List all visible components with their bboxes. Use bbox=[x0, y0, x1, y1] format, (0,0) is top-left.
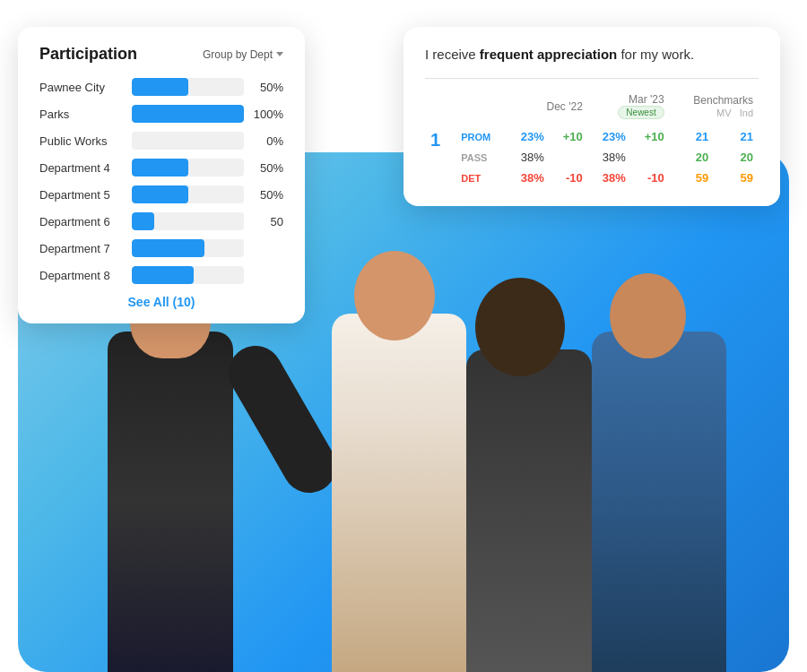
dec22-delta bbox=[550, 147, 588, 168]
bar-container bbox=[132, 266, 244, 284]
survey-card: I receive frequent appreciation for my w… bbox=[404, 27, 780, 206]
bar-container bbox=[132, 159, 244, 177]
table-row: PASS 38% 38% 20 20 bbox=[425, 147, 759, 168]
bar-container bbox=[132, 105, 244, 123]
row-num-col-header bbox=[425, 91, 456, 126]
person-far-right bbox=[574, 224, 753, 672]
group-by-button[interactable]: Group by Dept bbox=[203, 48, 283, 61]
mar23-delta: -10 bbox=[631, 168, 670, 188]
list-item: Department 650 bbox=[39, 212, 283, 230]
table-row: 1 PROM 23% +10 23% +10 21 21 bbox=[425, 126, 759, 147]
bar-fill bbox=[132, 266, 194, 284]
dept-name-label: Department 8 bbox=[39, 269, 125, 282]
pct-label: 50 bbox=[251, 215, 283, 228]
bench-mv-value: 59 bbox=[670, 168, 715, 188]
question-bold: frequent appreciation bbox=[480, 47, 617, 62]
survey-data-table: Dec '22 Mar '23 Newest Benchmarks MV Ind… bbox=[425, 91, 759, 188]
bar-fill bbox=[132, 105, 244, 123]
bar-fill bbox=[132, 78, 188, 96]
list-item: Public Works0% bbox=[39, 132, 283, 150]
mar23-delta bbox=[631, 147, 670, 168]
pct-label: 100% bbox=[251, 108, 283, 121]
bar-container bbox=[132, 78, 244, 96]
dec22-value: 38% bbox=[507, 147, 550, 168]
dropdown-arrow-icon bbox=[276, 52, 283, 56]
segment-label: DET bbox=[456, 168, 507, 188]
dept-name-label: Public Works bbox=[39, 134, 125, 148]
list-item: Pawnee City50% bbox=[39, 78, 283, 96]
pct-label: 50% bbox=[251, 81, 283, 94]
list-item: Department 450% bbox=[39, 159, 283, 177]
bench-mv-value: 20 bbox=[670, 147, 715, 168]
mar23-delta: +10 bbox=[631, 126, 670, 147]
dept-name-label: Pawnee City bbox=[39, 81, 125, 94]
dec22-value: 38% bbox=[507, 168, 550, 188]
survey-table-body: 1 PROM 23% +10 23% +10 21 21 PASS 38% 38… bbox=[425, 126, 759, 188]
mar23-value: 23% bbox=[588, 126, 631, 147]
mar23-label: Mar '23 bbox=[629, 93, 664, 106]
group-by-label: Group by Dept bbox=[203, 48, 273, 61]
participation-card: Participation Group by Dept Pawnee City5… bbox=[18, 27, 305, 323]
segment-label: PASS bbox=[456, 147, 507, 168]
pct-label: 50% bbox=[251, 188, 283, 202]
see-all-button[interactable]: See All (10) bbox=[39, 295, 283, 309]
pct-label: 0% bbox=[251, 134, 283, 148]
bar-fill bbox=[132, 159, 188, 177]
list-item: Department 7 bbox=[39, 239, 283, 257]
row-number: 1 bbox=[425, 126, 456, 188]
dept-name-label: Department 5 bbox=[39, 188, 125, 202]
mv-label: MV bbox=[716, 108, 732, 118]
newest-badge: Newest bbox=[618, 106, 664, 119]
bar-container bbox=[132, 239, 244, 257]
survey-question: I receive frequent appreciation for my w… bbox=[425, 45, 759, 64]
label-col-header bbox=[456, 91, 507, 126]
mar23-value: 38% bbox=[588, 147, 631, 168]
divider bbox=[425, 78, 759, 79]
bar-container bbox=[132, 185, 244, 203]
bar-fill bbox=[132, 239, 204, 257]
dec22-value: 23% bbox=[507, 126, 550, 147]
question-suffix: for my work. bbox=[617, 47, 694, 62]
dec22-delta: -10 bbox=[550, 168, 588, 188]
bar-container bbox=[132, 132, 244, 150]
list-item: Parks100% bbox=[39, 105, 283, 123]
dept-name-label: Parks bbox=[39, 108, 125, 121]
bar-container bbox=[132, 212, 244, 230]
mar23-col-header: Mar '23 Newest bbox=[588, 91, 670, 126]
department-rows: Pawnee City50%Parks100%Public Works0%Dep… bbox=[39, 78, 283, 284]
segment-label: PROM bbox=[456, 126, 507, 147]
list-item: Department 8 bbox=[39, 266, 283, 284]
bench-ind-value: 21 bbox=[714, 126, 759, 147]
bar-fill bbox=[132, 212, 154, 230]
benchmarks-label: Benchmarks bbox=[693, 94, 753, 107]
benchmarks-col-header: Benchmarks MV Ind bbox=[670, 91, 759, 126]
list-item: Department 550% bbox=[39, 185, 283, 203]
mar23-value: 38% bbox=[588, 168, 631, 188]
bar-fill bbox=[132, 185, 188, 203]
card-header: Participation Group by Dept bbox=[39, 45, 283, 64]
dept-name-label: Department 6 bbox=[39, 215, 125, 228]
bench-mv-value: 21 bbox=[670, 126, 715, 147]
bench-sub-header: MV Ind bbox=[716, 108, 753, 118]
dept-name-label: Department 7 bbox=[39, 242, 125, 255]
table-row: DET 38% -10 38% -10 59 59 bbox=[425, 168, 759, 188]
dept-name-label: Department 4 bbox=[39, 161, 125, 175]
bench-ind-value: 20 bbox=[714, 147, 759, 168]
pct-label: 50% bbox=[251, 161, 283, 175]
dec22-delta: +10 bbox=[550, 126, 588, 147]
ind-label: Ind bbox=[740, 108, 753, 118]
dec22-col-header: Dec '22 bbox=[507, 91, 588, 126]
participation-title: Participation bbox=[39, 45, 137, 64]
bench-ind-value: 59 bbox=[714, 168, 759, 188]
question-prefix: I receive bbox=[425, 47, 480, 62]
